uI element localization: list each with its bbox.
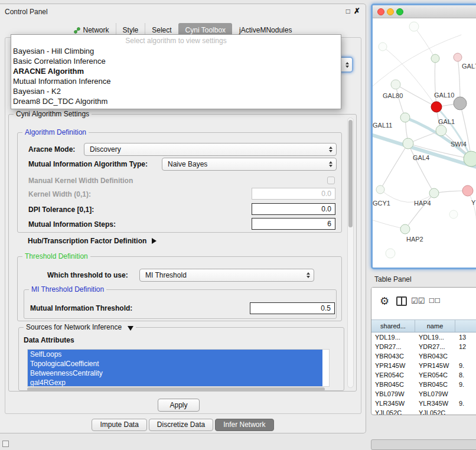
aracne-mode-select[interactable]: Discovery (84, 143, 337, 156)
table-cell: YER054C (415, 371, 455, 379)
aracne-mode-value: Discovery (90, 145, 121, 154)
select-all-columns-icon[interactable]: ☑☑ (411, 296, 425, 305)
tab-label: Style (123, 26, 139, 34)
panel-toggle-icon[interactable] (2, 441, 9, 447)
attribute-item-betweennesscentrality[interactable]: BetweennessCentrality (28, 369, 322, 378)
scrollbar-thumb[interactable] (348, 120, 353, 227)
network-node[interactable] (436, 125, 446, 136)
network-node[interactable] (376, 185, 384, 194)
node-label-hap2: HAP2 (406, 236, 423, 243)
table-cell: YJL052C (371, 409, 415, 415)
network-node[interactable] (400, 113, 410, 122)
data-attributes-label: Data Attributes (24, 336, 74, 344)
sources-title: Sources for Network Inference (26, 323, 122, 331)
which-threshold-label: Which threshold to use: (47, 271, 128, 279)
algorithm-option-bayesian-hill-climbing[interactable]: Bayesian - Hill Climbing (11, 46, 341, 56)
table-row[interactable]: YJL052CYJL052C (371, 408, 476, 415)
deselect-all-columns-icon[interactable]: ☐☐ (429, 297, 441, 305)
network-node[interactable] (464, 151, 476, 167)
zoom-traffic-light[interactable] (396, 8, 403, 15)
table-cell: 9. (455, 400, 476, 407)
table-row[interactable]: YPR145WYPR145W9. (371, 361, 476, 370)
column-header-col2[interactable] (455, 320, 476, 332)
close-traffic-light[interactable] (377, 8, 384, 15)
network-edge[interactable] (435, 58, 436, 107)
dpi-tolerance-field[interactable]: 0.0 (252, 203, 335, 215)
expand-right-icon (152, 238, 157, 244)
attribute-item-topologicalcoefficient[interactable]: TopologicalCoefficient (28, 359, 322, 369)
mi-type-select[interactable]: Naive Bayes (162, 158, 337, 171)
column-header-name[interactable]: name (415, 320, 455, 332)
network-edge[interactable] (458, 57, 460, 103)
network-edge[interactable] (373, 219, 405, 229)
algorithm-option-dream8-dc-tdc-algorithm[interactable]: Dream8 DC_TDC Algorithm (11, 96, 341, 106)
network-node[interactable] (462, 185, 473, 196)
table-row[interactable]: YBR043CYBR043C (371, 351, 476, 361)
network-node[interactable] (454, 97, 467, 110)
attributes-hscrollbar[interactable] (27, 387, 325, 391)
attribute-item-selfloops[interactable]: SelfLoops (28, 350, 322, 359)
network-node[interactable] (403, 138, 413, 149)
sources-expander[interactable]: Sources for Network Inference (24, 323, 136, 331)
mi-threshold-field[interactable]: 0.5 (250, 302, 335, 314)
network-node[interactable] (409, 22, 419, 31)
table-row[interactable]: YDL19...YDL19...13 (371, 332, 476, 342)
attribute-item-gal4rgexp[interactable]: gal4RGexp (28, 378, 322, 387)
table-row[interactable]: YER054CYER054C8. (371, 370, 476, 380)
table-row[interactable]: YBR045CYBR045C9. (371, 380, 476, 389)
network-edge[interactable] (414, 27, 435, 58)
tab-label: Select (152, 26, 171, 34)
table-row[interactable]: YLR345WYLR345W9. (371, 399, 476, 408)
cyni-algorithm-settings-group: Cyni Algorithm Settings Algorithm Defini… (8, 114, 357, 392)
close-icon[interactable]: ✗ (354, 6, 360, 15)
settings-scrollbar[interactable] (347, 118, 354, 388)
gear-icon[interactable]: ⚙ (380, 295, 389, 308)
network-node[interactable] (379, 43, 387, 51)
network-canvas[interactable]: GAL7GAL80GAL10GAL11GAL1SWI4GAL4GCY1HAP4Y… (373, 18, 476, 268)
network-graph[interactable]: GAL7GAL80GAL10GAL11GAL1SWI4GAL4GCY1HAP4Y… (373, 18, 476, 268)
which-threshold-select[interactable]: MI Threshold (139, 269, 314, 282)
algorithm-option-bayesian-k2[interactable]: Bayesian - K2 (11, 86, 341, 96)
node-label-y: Y (471, 199, 476, 206)
network-node[interactable] (449, 210, 458, 219)
network-window-titlebar[interactable] (373, 5, 476, 18)
network-node[interactable] (429, 188, 439, 198)
bottom-tab-infer-network[interactable]: Infer Network (215, 419, 273, 431)
algorithm-option-mutual-information-inference[interactable]: Mutual Information Inference (11, 76, 341, 86)
node-label-gal1: GAL1 (438, 118, 455, 125)
table-row[interactable]: YBL079WYBL079W (371, 389, 476, 399)
data-attributes-list[interactable]: SelfLoopsTopologicalCoefficientBetweenne… (27, 349, 330, 387)
bottom-tab-impute-data[interactable]: Impute Data (92, 419, 146, 431)
node-label-gal10: GAL10 (434, 92, 454, 99)
network-node[interactable] (431, 102, 442, 112)
apply-button[interactable]: Apply (158, 399, 200, 412)
column-header-shared[interactable]: shared... (371, 320, 415, 332)
hub-definition-expander[interactable]: Hub/Transcription Factor Definition (28, 236, 157, 246)
kernel-width-label: Kernel Width (0,1): (28, 190, 91, 198)
table-cell: YDL19... (371, 334, 415, 341)
network-node[interactable] (454, 53, 462, 61)
network-edge[interactable] (380, 144, 408, 190)
network-node[interactable] (391, 80, 400, 89)
network-edge[interactable] (405, 193, 434, 229)
columns-icon[interactable] (396, 296, 407, 306)
network-node[interactable] (386, 249, 395, 258)
algorithm-definition-group: Algorithm Definition Aracne Mode: Discov… (17, 132, 342, 233)
network-node[interactable] (431, 54, 439, 63)
table-cell: YPR145W (415, 362, 455, 369)
float-window-icon[interactable]: □ (346, 7, 350, 15)
minimize-traffic-light[interactable] (387, 8, 394, 15)
table-row[interactable]: YDR27...YDR27...12 (371, 342, 476, 351)
algorithm-option-basic-correlation-inference[interactable]: Basic Correlation Inference (11, 56, 341, 66)
bottom-tab-discretize-data[interactable]: Discretize Data (149, 419, 213, 431)
mi-steps-field[interactable]: 6 (252, 218, 335, 230)
group-title: Cyni Algorithm Settings (14, 110, 92, 118)
tab-label: Network (83, 26, 109, 34)
algorithm-option-aracne-algorithm[interactable]: ARACNE Algorithm (11, 66, 341, 76)
table-cell: YPR145W (371, 362, 415, 369)
node-label-gal11: GAL11 (373, 122, 392, 129)
table-cell: YBR045C (371, 381, 415, 388)
network-node[interactable] (400, 224, 410, 234)
node-label-gal7: GAL7 (462, 63, 476, 70)
table-cell: YER054C (371, 371, 415, 379)
